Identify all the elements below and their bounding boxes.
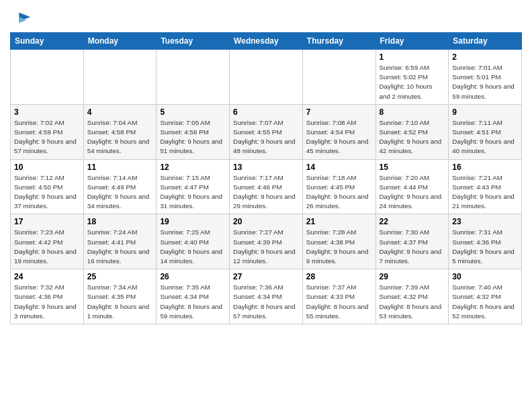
calendar-cell: 8Sunrise: 7:10 AM Sunset: 4:52 PM Daylig…	[375, 104, 449, 159]
day-number: 15	[380, 163, 445, 172]
calendar-cell: 12Sunrise: 7:15 AM Sunset: 4:47 PM Dayli…	[157, 159, 230, 214]
calendar-cell: 9Sunrise: 7:11 AM Sunset: 4:51 PM Daylig…	[449, 104, 522, 159]
day-number: 14	[306, 163, 372, 172]
day-info: Sunrise: 7:28 AM Sunset: 4:38 PM Dayligh…	[306, 228, 372, 266]
header	[10, 7, 522, 28]
day-number: 2	[452, 52, 518, 62]
day-number: 22	[380, 217, 445, 226]
calendar-cell: 24Sunrise: 7:32 AM Sunset: 4:36 PM Dayli…	[11, 269, 84, 324]
day-number: 20	[233, 217, 299, 226]
calendar-cell: 14Sunrise: 7:18 AM Sunset: 4:45 PM Dayli…	[302, 159, 375, 214]
calendar-cell: 5Sunrise: 7:05 AM Sunset: 4:56 PM Daylig…	[157, 104, 230, 159]
day-header-thursday: Thursday	[302, 33, 375, 50]
day-info: Sunrise: 7:05 AM Sunset: 4:56 PM Dayligh…	[160, 118, 226, 156]
calendar-cell	[11, 50, 84, 105]
logo-icon	[13, 9, 32, 28]
day-number: 8	[380, 107, 445, 117]
day-info: Sunrise: 7:02 AM Sunset: 4:59 PM Dayligh…	[14, 118, 80, 156]
calendar-table: SundayMondayTuesdayWednesdayThursdayFrid…	[10, 32, 522, 324]
day-info: Sunrise: 7:35 AM Sunset: 4:34 PM Dayligh…	[160, 283, 226, 321]
day-header-tuesday: Tuesday	[157, 33, 230, 50]
calendar-cell: 13Sunrise: 7:17 AM Sunset: 4:46 PM Dayli…	[230, 159, 303, 214]
calendar-cell: 16Sunrise: 7:21 AM Sunset: 4:43 PM Dayli…	[449, 159, 522, 214]
day-number: 24	[14, 272, 80, 281]
day-info: Sunrise: 7:23 AM Sunset: 4:42 PM Dayligh…	[14, 228, 80, 266]
day-number: 19	[160, 217, 226, 226]
day-number: 13	[233, 163, 299, 172]
calendar-cell: 10Sunrise: 7:12 AM Sunset: 4:50 PM Dayli…	[11, 159, 84, 214]
calendar-cell: 19Sunrise: 7:25 AM Sunset: 4:40 PM Dayli…	[157, 214, 230, 269]
calendar-cell: 18Sunrise: 7:24 AM Sunset: 4:41 PM Dayli…	[83, 214, 157, 269]
day-number: 23	[452, 217, 518, 226]
day-info: Sunrise: 7:39 AM Sunset: 4:32 PM Dayligh…	[380, 283, 445, 321]
day-number: 30	[452, 272, 518, 281]
calendar-cell: 30Sunrise: 7:40 AM Sunset: 4:32 PM Dayli…	[449, 269, 522, 324]
day-number: 1	[380, 52, 445, 62]
calendar-cell: 23Sunrise: 7:31 AM Sunset: 4:36 PM Dayli…	[449, 214, 522, 269]
day-number: 16	[452, 163, 518, 172]
calendar-cell	[302, 50, 375, 105]
day-number: 25	[87, 272, 153, 281]
calendar-cell: 25Sunrise: 7:34 AM Sunset: 4:35 PM Dayli…	[83, 269, 157, 324]
calendar-cell: 1Sunrise: 6:59 AM Sunset: 5:02 PM Daylig…	[375, 50, 449, 105]
day-header-saturday: Saturday	[449, 33, 522, 50]
day-info: Sunrise: 7:36 AM Sunset: 4:34 PM Dayligh…	[233, 283, 299, 321]
day-info: Sunrise: 7:30 AM Sunset: 4:37 PM Dayligh…	[380, 228, 445, 266]
day-info: Sunrise: 7:37 AM Sunset: 4:33 PM Dayligh…	[306, 283, 372, 321]
day-info: Sunrise: 7:18 AM Sunset: 4:45 PM Dayligh…	[306, 173, 372, 212]
calendar-week-3: 10Sunrise: 7:12 AM Sunset: 4:50 PM Dayli…	[11, 159, 522, 214]
calendar-cell: 3Sunrise: 7:02 AM Sunset: 4:59 PM Daylig…	[11, 104, 84, 159]
day-info: Sunrise: 7:12 AM Sunset: 4:50 PM Dayligh…	[14, 173, 80, 212]
day-number: 10	[14, 163, 80, 172]
day-info: Sunrise: 7:07 AM Sunset: 4:55 PM Dayligh…	[233, 118, 299, 156]
calendar-week-1: 1Sunrise: 6:59 AM Sunset: 5:02 PM Daylig…	[11, 50, 522, 105]
header-row: SundayMondayTuesdayWednesdayThursdayFrid…	[11, 33, 522, 50]
calendar-cell: 2Sunrise: 7:01 AM Sunset: 5:01 PM Daylig…	[449, 50, 522, 105]
calendar-container: SundayMondayTuesdayWednesdayThursdayFrid…	[0, 0, 532, 331]
day-info: Sunrise: 7:04 AM Sunset: 4:58 PM Dayligh…	[87, 118, 153, 156]
day-header-wednesday: Wednesday	[230, 33, 303, 50]
calendar-week-2: 3Sunrise: 7:02 AM Sunset: 4:59 PM Daylig…	[11, 104, 522, 159]
day-number: 3	[14, 107, 80, 117]
day-info: Sunrise: 6:59 AM Sunset: 5:02 PM Dayligh…	[380, 63, 445, 101]
logo	[10, 9, 32, 28]
calendar-cell	[157, 50, 230, 105]
day-number: 27	[233, 272, 299, 281]
calendar-week-5: 24Sunrise: 7:32 AM Sunset: 4:36 PM Dayli…	[11, 269, 522, 324]
calendar-cell: 6Sunrise: 7:07 AM Sunset: 4:55 PM Daylig…	[230, 104, 303, 159]
calendar-cell: 26Sunrise: 7:35 AM Sunset: 4:34 PM Dayli…	[157, 269, 230, 324]
day-info: Sunrise: 7:17 AM Sunset: 4:46 PM Dayligh…	[233, 173, 299, 212]
calendar-cell	[83, 50, 157, 105]
day-info: Sunrise: 7:11 AM Sunset: 4:51 PM Dayligh…	[452, 118, 518, 156]
day-info: Sunrise: 7:14 AM Sunset: 4:49 PM Dayligh…	[87, 173, 153, 212]
day-number: 6	[233, 107, 299, 117]
day-number: 12	[160, 163, 226, 172]
calendar-week-4: 17Sunrise: 7:23 AM Sunset: 4:42 PM Dayli…	[11, 214, 522, 269]
day-info: Sunrise: 7:24 AM Sunset: 4:41 PM Dayligh…	[87, 228, 153, 266]
day-number: 29	[380, 272, 445, 281]
calendar-cell: 21Sunrise: 7:28 AM Sunset: 4:38 PM Dayli…	[302, 214, 375, 269]
day-number: 11	[87, 163, 153, 172]
calendar-cell: 20Sunrise: 7:27 AM Sunset: 4:39 PM Dayli…	[230, 214, 303, 269]
day-info: Sunrise: 7:01 AM Sunset: 5:01 PM Dayligh…	[452, 63, 518, 101]
day-info: Sunrise: 7:40 AM Sunset: 4:32 PM Dayligh…	[452, 283, 518, 321]
calendar-cell: 22Sunrise: 7:30 AM Sunset: 4:37 PM Dayli…	[375, 214, 449, 269]
day-info: Sunrise: 7:34 AM Sunset: 4:35 PM Dayligh…	[87, 283, 153, 321]
day-number: 7	[306, 107, 372, 117]
day-info: Sunrise: 7:15 AM Sunset: 4:47 PM Dayligh…	[160, 173, 226, 212]
calendar-cell: 15Sunrise: 7:20 AM Sunset: 4:44 PM Dayli…	[375, 159, 449, 214]
calendar-cell	[230, 50, 303, 105]
calendar-cell: 4Sunrise: 7:04 AM Sunset: 4:58 PM Daylig…	[83, 104, 157, 159]
day-header-friday: Friday	[375, 33, 449, 50]
day-number: 21	[306, 217, 372, 226]
day-info: Sunrise: 7:08 AM Sunset: 4:54 PM Dayligh…	[306, 118, 372, 156]
day-header-monday: Monday	[83, 33, 157, 50]
calendar-cell: 29Sunrise: 7:39 AM Sunset: 4:32 PM Dayli…	[375, 269, 449, 324]
calendar-cell: 17Sunrise: 7:23 AM Sunset: 4:42 PM Dayli…	[11, 214, 84, 269]
day-number: 17	[14, 217, 80, 226]
day-number: 18	[87, 217, 153, 226]
day-number: 4	[87, 107, 153, 117]
day-number: 5	[160, 107, 226, 117]
calendar-cell: 28Sunrise: 7:37 AM Sunset: 4:33 PM Dayli…	[302, 269, 375, 324]
calendar-cell: 11Sunrise: 7:14 AM Sunset: 4:49 PM Dayli…	[83, 159, 157, 214]
